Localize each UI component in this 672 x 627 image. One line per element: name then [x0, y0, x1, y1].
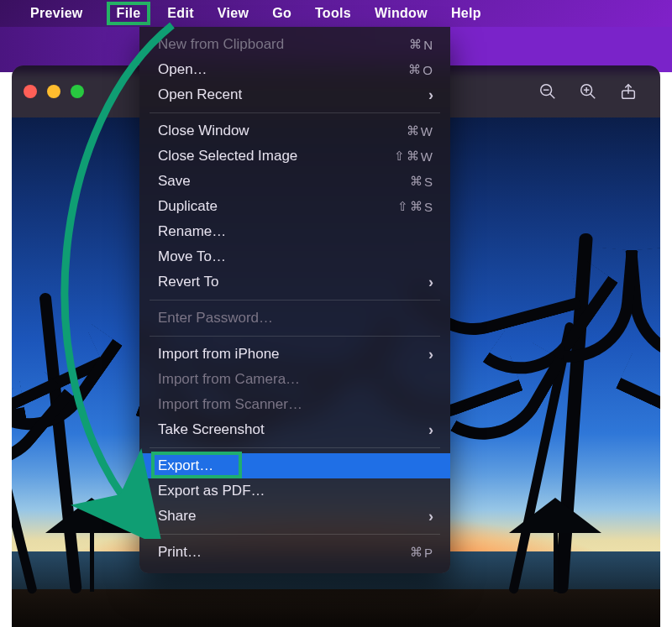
menu-item-shortcut: O	[408, 62, 433, 77]
svg-line-4	[591, 94, 596, 99]
traffic-lights	[24, 85, 84, 98]
menu-separator	[150, 336, 440, 337]
menu-item-shortcut: S	[397, 199, 433, 214]
menu-item-label: Import from Scanner…	[158, 396, 433, 413]
submenu-chevron-icon	[428, 421, 433, 439]
menu-separator	[150, 300, 440, 300]
menu-item-shortcut: W	[394, 149, 433, 164]
menu-item-label: Import from Camera…	[158, 371, 433, 388]
menu-item-label: Close Window	[158, 123, 407, 139]
menu-item-label: Revert To	[158, 274, 428, 290]
fullscreen-window-button[interactable]	[71, 85, 84, 98]
share-icon[interactable]	[608, 82, 648, 101]
menu-item-share[interactable]: Share	[139, 504, 450, 529]
menubar-item-view[interactable]: View	[218, 6, 249, 21]
menu-separator	[150, 447, 440, 448]
menu-item-import-from-iphone[interactable]: Import from iPhone	[139, 342, 450, 367]
menu-item-open[interactable]: Open…O	[139, 57, 450, 82]
menu-item-import-from-scanner: Import from Scanner…	[139, 392, 450, 417]
menu-item-duplicate[interactable]: DuplicateS	[139, 194, 450, 219]
menu-item-label: Close Selected Image	[158, 148, 394, 165]
menu-item-new-from-clipboard: New from ClipboardN	[139, 32, 450, 57]
menu-item-label: Rename…	[158, 223, 433, 240]
menubar-item-window[interactable]: Window	[375, 6, 428, 21]
menu-item-label: Open Recent	[158, 86, 428, 103]
menu-item-save[interactable]: SaveS	[139, 169, 450, 194]
menu-item-rename[interactable]: Rename…	[139, 219, 450, 244]
menu-item-move-to[interactable]: Move To…	[139, 244, 450, 269]
menu-item-label: Duplicate	[158, 198, 397, 215]
zoom-out-icon[interactable]	[528, 82, 568, 101]
zoom-in-icon[interactable]	[568, 82, 608, 101]
close-window-button[interactable]	[24, 85, 37, 98]
menu-item-close-selected-image[interactable]: Close Selected ImageW	[139, 144, 450, 169]
menu-item-print[interactable]: Print…P	[139, 540, 450, 565]
menu-separator	[150, 534, 440, 535]
menu-item-shortcut: W	[407, 123, 433, 138]
menu-item-label: Export…	[158, 457, 433, 474]
svg-line-1	[550, 94, 555, 99]
menu-item-import-from-camera: Import from Camera…	[139, 367, 450, 392]
menu-item-label: Save	[158, 173, 410, 190]
menubar-item-tools[interactable]: Tools	[315, 6, 351, 21]
menu-item-shortcut: S	[410, 174, 433, 189]
menubar-item-file[interactable]: File	[107, 2, 151, 25]
menu-item-shortcut: N	[409, 37, 433, 52]
menubar-item-go[interactable]: Go	[272, 6, 291, 21]
submenu-chevron-icon	[428, 508, 433, 525]
menu-item-label: Enter Password…	[158, 310, 433, 327]
menubar-app[interactable]: Preview	[30, 6, 83, 21]
menu-item-shortcut: P	[410, 545, 433, 560]
menu-item-label: Open…	[158, 61, 408, 78]
menu-separator	[150, 112, 440, 113]
file-menu: New from ClipboardNOpen…OOpen RecentClos…	[139, 27, 450, 573]
menu-item-export[interactable]: Export…	[139, 453, 450, 478]
menu-item-export-as-pdf[interactable]: Export as PDF…	[139, 478, 450, 504]
menu-item-label: New from Clipboard	[158, 36, 409, 53]
menubar-item-help[interactable]: Help	[451, 6, 481, 21]
menu-item-close-window[interactable]: Close WindowW	[139, 118, 450, 144]
submenu-chevron-icon	[428, 274, 433, 291]
minimize-window-button[interactable]	[47, 85, 60, 98]
menubar-item-edit[interactable]: Edit	[167, 6, 193, 21]
menu-item-open-recent[interactable]: Open Recent	[139, 82, 450, 107]
menu-item-take-screenshot[interactable]: Take Screenshot	[139, 417, 450, 442]
menu-item-revert-to[interactable]: Revert To	[139, 269, 450, 295]
menu-item-label: Move To…	[158, 248, 433, 265]
menu-item-label: Share	[158, 508, 428, 525]
menu-item-label: Import from iPhone	[158, 346, 428, 363]
menu-item-label: Print…	[158, 544, 410, 561]
submenu-chevron-icon	[428, 86, 433, 104]
menu-item-enter-password: Enter Password…	[139, 306, 450, 331]
menu-item-label: Export as PDF…	[158, 483, 433, 499]
menubar: Preview File Edit View Go Tools Window H…	[0, 0, 672, 27]
menu-item-label: Take Screenshot	[158, 421, 428, 438]
submenu-chevron-icon	[428, 346, 433, 363]
